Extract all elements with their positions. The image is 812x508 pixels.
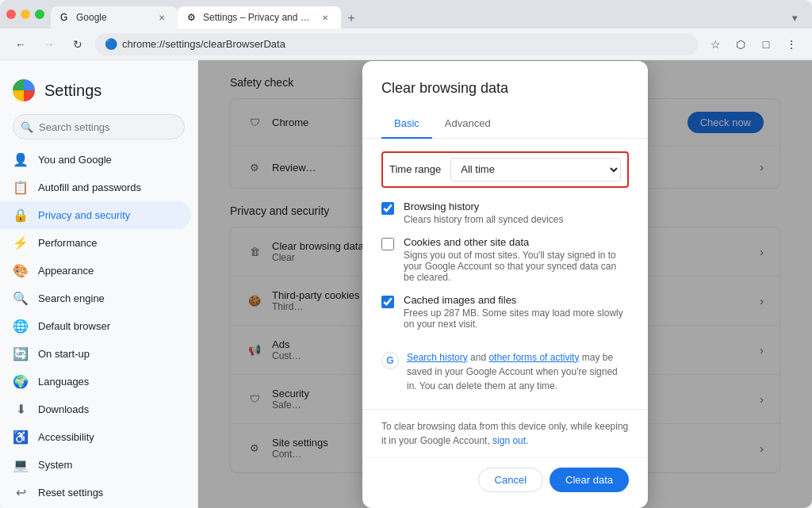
tab-favicon-google: G: [60, 12, 71, 23]
on-startup-icon: 🔄: [13, 346, 29, 361]
sidebar-item-appearance[interactable]: 🎨Appearance: [0, 257, 191, 285]
search-engine-icon: 🔍: [13, 291, 29, 306]
address-bar[interactable]: 🔵 chrome://settings/clearBrowserData: [95, 33, 698, 55]
tab-close-settings[interactable]: ✕: [319, 11, 331, 24]
sign-out-link[interactable]: sign out: [492, 435, 526, 446]
tab-label-google: Google: [76, 12, 151, 23]
languages-icon: 🌍: [13, 374, 29, 389]
sidebar-label-search-engine: Search engine: [38, 292, 105, 304]
sidebar-label-downloads: Downloads: [38, 403, 89, 415]
nav-actions: ☆ ⬡ □ ⋮: [704, 33, 802, 55]
search-settings-input[interactable]: [13, 114, 185, 139]
tab-basic[interactable]: Basic: [381, 109, 432, 139]
checkbox-browsing-history[interactable]: [381, 202, 394, 215]
tab-google[interactable]: G Google ✕: [51, 6, 178, 29]
sidebar-items-list: 👤You and Google📋Autofill and passwords🔒P…: [0, 146, 197, 508]
sidebar-label-appearance: Appearance: [38, 265, 94, 277]
sidebar-item-default-browser[interactable]: 🌐Default browser: [0, 312, 191, 340]
sidebar-item-languages[interactable]: 🌍Languages: [0, 368, 191, 395]
sidebar-item-autofill[interactable]: 📋Autofill and passwords: [0, 174, 191, 201]
search-history-link[interactable]: Search history: [407, 352, 468, 363]
sidebar-label-languages: Languages: [38, 376, 89, 388]
dialog-footer: Cancel Clear data: [362, 457, 648, 508]
nav-bar: ← → ↻ 🔵 chrome://settings/clearBrowserDa…: [0, 29, 812, 60]
sidebar-item-search-engine[interactable]: 🔍Search engine: [0, 285, 191, 312]
main-content: Safety check 🛡 Chrome Check now ⚙ Review…: [198, 60, 812, 508]
tab-label-settings: Settings – Privacy and secu…: [203, 12, 314, 23]
sidebar-item-reset-settings[interactable]: ↩Reset settings: [0, 479, 191, 506]
new-tab-button[interactable]: +: [341, 8, 362, 29]
time-range-select[interactable]: Last hourLast 24 hoursLast 7 daysLast 4 …: [450, 158, 621, 181]
sidebar: Settings 🔍 👤You and Google📋Autofill and …: [0, 60, 198, 508]
search-settings-container: 🔍: [13, 114, 185, 139]
default-browser-icon: 🌐: [13, 319, 29, 334]
system-icon: 💻: [13, 457, 29, 472]
tab-advanced[interactable]: Advanced: [432, 109, 504, 139]
clear-browsing-dialog: Clear browsing data Basic Advanced Time …: [362, 61, 648, 508]
tab-settings[interactable]: ⚙ Settings – Privacy and secu… ✕: [178, 6, 341, 29]
google-info: G Search history and other forms of acti…: [381, 341, 629, 396]
sidebar-item-you-google[interactable]: 👤You and Google: [0, 146, 191, 174]
dialog-body: Time range Last hourLast 24 hoursLast 7 …: [362, 139, 648, 409]
you-google-icon: 👤: [13, 152, 29, 167]
chrome-logo: [13, 79, 35, 101]
bookmark-button[interactable]: ☆: [704, 33, 726, 55]
dialog-tabs: Basic Advanced: [362, 109, 648, 139]
sidebar-label-accessibility: Accessibility: [38, 431, 94, 443]
traffic-lights: [6, 10, 44, 19]
reset-settings-icon: ↩: [13, 485, 29, 500]
sidebar-label-default-browser: Default browser: [38, 320, 110, 332]
sidebar-label-on-startup: On start-up: [38, 348, 90, 360]
sidebar-item-on-startup[interactable]: 🔄On start-up: [0, 340, 191, 368]
tab-overflow-button[interactable]: ▾: [783, 6, 806, 29]
settings-page-title: Settings: [44, 82, 102, 100]
title-bar: G Google ✕ ⚙ Settings – Privacy and secu…: [0, 0, 812, 29]
sidebar-label-you-google: You and Google: [38, 154, 112, 166]
privacy-icon: 🔒: [13, 208, 29, 223]
google-info-text: Search history and other forms of activi…: [407, 350, 629, 393]
sidebar-item-downloads[interactable]: ⬇Downloads: [0, 395, 191, 423]
search-settings-icon: 🔍: [21, 121, 33, 133]
sidebar-label-privacy: Privacy and security: [38, 209, 130, 221]
minimize-window-button[interactable]: [21, 10, 30, 19]
performance-icon: ⚡: [13, 235, 29, 250]
tab-close-google[interactable]: ✕: [155, 11, 168, 24]
downloads-icon: ⬇: [13, 402, 29, 417]
checkboxes-container: Browsing historyClears history from all …: [381, 201, 629, 330]
accessibility-icon: ♿: [13, 430, 29, 445]
cancel-button[interactable]: Cancel: [478, 468, 543, 492]
back-button[interactable]: ←: [10, 33, 32, 55]
sidebar-label-system: System: [38, 459, 72, 471]
sidebar-label-performance: Performance: [38, 237, 97, 249]
close-window-button[interactable]: [6, 10, 16, 19]
forward-button[interactable]: →: [38, 33, 60, 55]
settings-page: Settings 🔍 👤You and Google📋Autofill and …: [0, 60, 812, 508]
dialog-title: Clear browsing data: [362, 61, 648, 109]
sidebar-label-reset-settings: Reset settings: [38, 487, 103, 498]
sidebar-item-system[interactable]: 💻System: [0, 451, 191, 479]
appearance-icon: 🎨: [13, 263, 29, 278]
modal-overlay: Clear browsing data Basic Advanced Time …: [198, 60, 812, 508]
sidebar-label-autofill: Autofill and passwords: [38, 181, 141, 193]
sidebar-item-performance[interactable]: ⚡Performance: [0, 229, 191, 257]
address-lock-icon: 🔵: [105, 38, 117, 50]
address-text: chrome://settings/clearBrowserData: [122, 38, 688, 50]
checkbox-row-cookies: Cookies and other site dataSigns you out…: [381, 236, 629, 283]
checkbox-row-browsing-history: Browsing historyClears history from all …: [381, 201, 629, 225]
clear-data-button[interactable]: Clear data: [550, 468, 629, 492]
reload-button[interactable]: ↻: [67, 33, 89, 55]
other-activity-link[interactable]: other forms of activity: [488, 352, 579, 363]
sidebar-item-accessibility[interactable]: ♿Accessibility: [0, 423, 191, 451]
maximize-window-button[interactable]: [35, 10, 44, 19]
dialog-footer-info: To clear browsing data from this device …: [362, 409, 648, 457]
menu-button[interactable]: ⋮: [780, 33, 802, 55]
checkbox-cached[interactable]: [381, 296, 394, 308]
checkbox-cookies[interactable]: [381, 238, 394, 250]
tabs-bar: G Google ✕ ⚙ Settings – Privacy and secu…: [51, 0, 806, 29]
time-range-row: Time range Last hourLast 24 hoursLast 7 …: [381, 151, 629, 188]
profile-button[interactable]: □: [755, 33, 777, 55]
sidebar-item-privacy[interactable]: 🔒Privacy and security: [0, 201, 191, 229]
extension-button[interactable]: ⬡: [730, 33, 752, 55]
time-range-label: Time range: [389, 163, 441, 175]
settings-header: Settings: [0, 67, 197, 108]
